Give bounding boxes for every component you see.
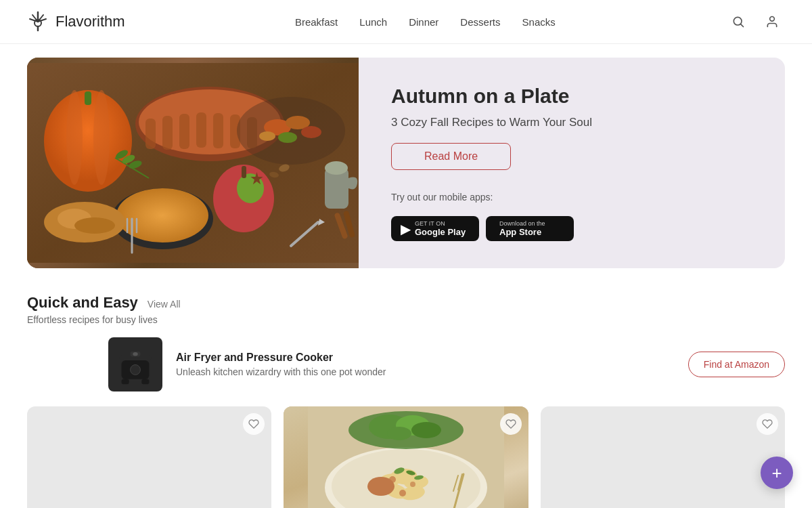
svg-point-79 xyxy=(367,477,394,496)
hero-food-scene xyxy=(27,58,359,268)
svg-point-74 xyxy=(410,482,415,487)
svg-rect-61 xyxy=(141,379,149,383)
logo-text: Flavorithm xyxy=(55,13,125,30)
section-header: Quick and Easy View All xyxy=(27,294,785,312)
fab-button[interactable]: + xyxy=(761,457,793,489)
svg-point-87 xyxy=(387,427,411,440)
heart-icon-3 xyxy=(762,419,773,429)
section-subtitle: Effortless recipes for busy lives xyxy=(27,314,785,325)
recipe-card-1-placeholder xyxy=(27,406,271,508)
product-image xyxy=(108,337,162,391)
svg-point-9 xyxy=(770,17,775,22)
svg-rect-20 xyxy=(179,114,189,149)
recipe-card-1 xyxy=(27,406,271,508)
svg-point-14 xyxy=(93,90,110,185)
apple-store: App Store xyxy=(499,227,545,237)
svg-point-28 xyxy=(301,126,321,138)
svg-point-13 xyxy=(66,90,83,185)
nav-snacks[interactable]: Snacks xyxy=(522,16,556,28)
nav-desserts[interactable]: Desserts xyxy=(460,16,500,28)
recipe-card-3 xyxy=(541,406,785,508)
recipe-cards-grid xyxy=(0,406,812,508)
nav-actions xyxy=(725,9,785,35)
find-amazon-button[interactable]: Find at Amazon xyxy=(688,352,785,377)
svg-point-7 xyxy=(734,17,742,25)
svg-point-75 xyxy=(399,490,406,496)
svg-rect-18 xyxy=(145,119,156,149)
svg-point-39 xyxy=(74,217,115,234)
view-all-link[interactable]: View All xyxy=(148,299,181,310)
svg-point-86 xyxy=(411,422,441,438)
svg-rect-33 xyxy=(242,166,246,178)
nav-lunch[interactable]: Lunch xyxy=(359,16,387,28)
recipe-card-2-image xyxy=(284,406,528,508)
product-promo: Air Fryer and Pressure Cooker Unleash ki… xyxy=(108,337,785,391)
read-more-button[interactable]: Read More xyxy=(391,143,511,170)
svg-rect-19 xyxy=(162,116,173,150)
hero-subtitle: 3 Cozy Fall Recipes to Warm Your Soul xyxy=(391,116,752,129)
pasta-illustration xyxy=(308,406,504,508)
recipe-card-2 xyxy=(284,406,528,508)
favorite-button-2[interactable] xyxy=(500,413,522,435)
section-title: Quick and Easy xyxy=(27,294,138,312)
app-badges: ▶ GET IT ON Google Play Download on the … xyxy=(391,216,752,241)
heart-icon-2 xyxy=(505,419,516,429)
product-name: Air Fryer and Pressure Cooker xyxy=(176,352,675,364)
svg-rect-15 xyxy=(85,91,91,105)
svg-point-63 xyxy=(133,352,137,356)
google-play-icon: ▶ xyxy=(401,221,411,237)
svg-line-8 xyxy=(741,24,744,27)
hero-food-illustration xyxy=(27,63,359,263)
pressure-cooker-icon xyxy=(115,343,156,387)
mobile-apps-label: Try out our mobile apps: xyxy=(391,192,752,203)
svg-rect-22 xyxy=(213,113,223,148)
svg-point-35 xyxy=(116,188,208,242)
quick-easy-section: Quick and Easy View All Effortless recip… xyxy=(0,282,812,391)
svg-rect-60 xyxy=(122,379,129,383)
google-play-store: Google Play xyxy=(415,227,466,237)
heart-icon-1 xyxy=(248,419,259,429)
nav-dinner[interactable]: Dinner xyxy=(409,16,438,28)
profile-button[interactable] xyxy=(759,9,785,35)
logo[interactable]: Flavorithm xyxy=(27,11,125,33)
svg-rect-21 xyxy=(196,112,206,148)
main-nav: Breakfast Lunch Dinner Desserts Snacks xyxy=(295,16,556,28)
hero-section: Autumn on a Plate 3 Cozy Fall Recipes to… xyxy=(27,58,785,268)
google-play-badge[interactable]: ▶ GET IT ON Google Play xyxy=(391,216,479,241)
site-header: Flavorithm Breakfast Lunch Dinner Desser… xyxy=(0,0,812,44)
svg-point-12 xyxy=(44,90,132,192)
favorite-button-3[interactable] xyxy=(757,413,778,435)
product-info: Air Fryer and Pressure Cooker Unleash ki… xyxy=(176,352,675,377)
nav-breakfast[interactable]: Breakfast xyxy=(295,16,338,28)
logo-icon xyxy=(27,11,49,33)
svg-point-41 xyxy=(325,161,348,175)
hero-image xyxy=(27,58,359,268)
svg-point-29 xyxy=(278,132,297,143)
user-icon xyxy=(765,15,779,28)
svg-point-25 xyxy=(237,97,345,165)
search-icon xyxy=(731,15,745,28)
search-button[interactable] xyxy=(725,9,751,35)
google-play-label: GET IT ON xyxy=(415,220,466,227)
hero-title: Autumn on a Plate xyxy=(391,85,752,108)
product-description: Unleash kitchen wizardry with this one p… xyxy=(176,366,675,377)
svg-point-30 xyxy=(259,131,275,141)
hero-content: Autumn on a Plate 3 Cozy Fall Recipes to… xyxy=(359,58,785,268)
apple-label: Download on the xyxy=(499,220,545,227)
recipe-card-3-placeholder xyxy=(541,406,785,508)
svg-point-62 xyxy=(131,364,141,375)
app-store-badge[interactable]: Download on the App Store xyxy=(486,216,574,241)
